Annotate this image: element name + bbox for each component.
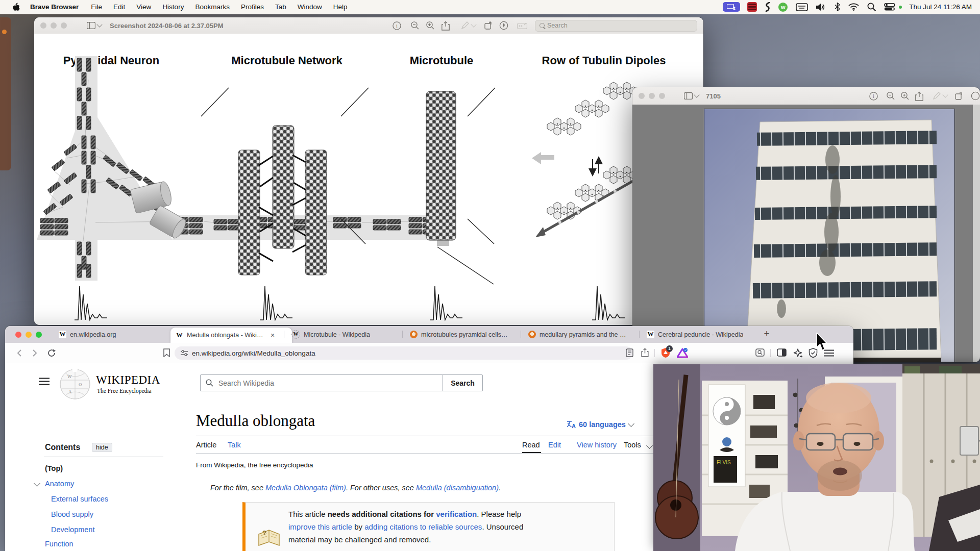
ambox-link-improve[interactable]: improve this article (288, 522, 352, 531)
wiki-search-button[interactable]: Search (443, 374, 483, 391)
new-tab-button[interactable]: + (761, 328, 773, 339)
highlight-icon[interactable] (498, 20, 509, 31)
tab-en-wikipedia[interactable]: W en.wikipedia.org (54, 326, 179, 343)
menu-clock[interactable]: Thu Jul 24 11:26 AM (909, 3, 972, 11)
minimize-button[interactable] (26, 332, 32, 338)
volume-status-icon[interactable] (816, 3, 826, 11)
hatnote-link-film[interactable]: Medulla Oblongata (film) (265, 484, 346, 492)
highlight-icon[interactable] (970, 90, 980, 102)
nav-talk[interactable]: Talk (228, 441, 241, 449)
reader-mode-icon[interactable] (626, 348, 633, 359)
menu-app-name[interactable]: Brave Browser (30, 3, 79, 11)
share-icon[interactable] (914, 90, 925, 102)
close-button[interactable] (15, 332, 21, 338)
menu-tab[interactable]: Tab (275, 3, 286, 11)
screen-sharing-status-icon[interactable] (723, 2, 740, 12)
shush-status-icon[interactable] (764, 2, 771, 12)
nav-view-history[interactable]: View history (577, 441, 617, 449)
nav-article[interactable]: Article (196, 441, 216, 449)
brave-rewards-icon[interactable]: 1 (660, 347, 671, 361)
sidebar-chevron-icon[interactable] (694, 92, 699, 97)
tab-close-icon[interactable]: × (271, 331, 275, 339)
tab-cerebral-peduncle[interactable]: W Cerebral peduncle - Wikipedia (642, 326, 764, 343)
wikipedia-globe-logo[interactable]: W Ω A (58, 367, 92, 400)
markup-toolbar-icon[interactable] (517, 20, 528, 31)
zoom-button[interactable] (36, 332, 42, 338)
zoom-button[interactable] (61, 22, 67, 29)
leo-ai-icon[interactable] (793, 348, 803, 360)
markup-pencil-icon[interactable] (931, 90, 942, 102)
zoom-in-icon[interactable] (899, 90, 911, 102)
menu-history[interactable]: History (162, 3, 184, 11)
share-icon[interactable] (440, 20, 451, 31)
menu-help[interactable]: Help (333, 3, 348, 11)
site-settings-icon[interactable] (181, 350, 188, 356)
toc-item-development[interactable]: Development (51, 525, 94, 534)
control-center-icon[interactable] (884, 3, 895, 11)
minimize-button[interactable] (51, 22, 57, 29)
minimize-button[interactable] (649, 93, 655, 99)
back-button[interactable] (16, 349, 22, 359)
extension-triangle-icon[interactable] (677, 348, 688, 360)
sidebar-panel-icon[interactable] (777, 348, 787, 359)
keyboard-status-icon[interactable] (796, 3, 808, 11)
find-in-page-icon[interactable] (755, 348, 765, 359)
info-icon[interactable]: i (391, 20, 402, 31)
sidebar-toggle-icon[interactable] (85, 20, 96, 31)
ambox-link-verification[interactable]: verification (436, 510, 477, 518)
rotate-icon[interactable] (483, 20, 494, 31)
wiki-wordmark[interactable]: WIKIPEDIA (96, 373, 160, 387)
forward-button[interactable] (32, 349, 38, 359)
zoom-out-icon[interactable] (409, 20, 421, 31)
zoom-in-icon[interactable] (425, 20, 436, 31)
toc-anatomy-chevron-icon[interactable] (34, 480, 40, 487)
wiki-search-box[interactable] (200, 374, 444, 391)
reload-button[interactable] (47, 348, 56, 360)
toc-item-function[interactable]: Function (45, 540, 74, 548)
nav-edit[interactable]: Edit (548, 441, 561, 449)
zoom-button[interactable] (659, 93, 665, 99)
menu-window[interactable]: Window (298, 3, 322, 11)
languages-control[interactable]: A 60 languages (567, 420, 633, 429)
menu-file[interactable]: File (91, 3, 102, 11)
tab-microtubules-search[interactable]: microtubules pyramidal cells medu (405, 326, 528, 343)
markup-chevron-icon[interactable] (942, 92, 948, 97)
languages-label[interactable]: 60 languages (579, 420, 626, 429)
bookmark-icon[interactable] (163, 348, 170, 359)
hatnote-link-disambiguation[interactable]: Medulla (disambiguation) (416, 484, 499, 492)
info-icon[interactable]: i (868, 90, 879, 102)
scroll-strip[interactable] (973, 105, 980, 362)
toc-hide-button[interactable]: hide (92, 443, 112, 452)
menu-bookmarks[interactable]: Bookmarks (195, 3, 230, 11)
ambox-link-sources[interactable]: adding citations to reliable sources (364, 522, 482, 531)
rotate-icon[interactable] (953, 90, 965, 102)
markup-pencil-icon[interactable] (459, 20, 471, 31)
toc-item-top[interactable]: (Top) (45, 464, 63, 472)
keystroke-app-icon[interactable] (747, 2, 757, 12)
preview-search-field[interactable]: Search (535, 20, 697, 32)
markup-chevron-icon[interactable] (471, 21, 476, 27)
tab-medulla-oblongata-active[interactable]: W Medulla oblongata - Wikipedia × (170, 328, 292, 343)
bluetooth-status-icon[interactable] (835, 3, 840, 11)
menu-profiles[interactable]: Profiles (241, 3, 264, 11)
apple-menu-icon[interactable] (12, 3, 20, 11)
share-icon[interactable] (641, 348, 649, 359)
spotlight-search-icon[interactable] (867, 3, 876, 11)
tab-medullary-pyramids[interactable]: medullary pyramids and the cerebr (523, 326, 647, 343)
toc-item-external-surfaces[interactable]: External surfaces (51, 495, 108, 503)
sidebar-chevron-icon[interactable] (96, 21, 102, 27)
sidebar-toggle-icon[interactable] (682, 90, 694, 102)
wifi-status-icon[interactable] (848, 3, 859, 11)
menu-edit[interactable]: Edit (113, 3, 125, 11)
wiki-search-input[interactable] (217, 379, 443, 388)
wiki-menu-icon[interactable] (39, 378, 50, 387)
nav-tools[interactable]: Tools (624, 441, 641, 449)
toc-item-blood-supply[interactable]: Blood supply (51, 510, 93, 518)
tab-microtubule[interactable]: W Microtubule - Wikipedia (286, 326, 410, 343)
close-button[interactable] (40, 22, 46, 29)
zoom-out-icon[interactable] (885, 90, 896, 102)
webroot-status-icon[interactable]: w (778, 3, 788, 12)
menu-view[interactable]: View (136, 3, 151, 11)
toc-item-anatomy[interactable]: Anatomy (45, 480, 74, 488)
url-bar[interactable]: en.wikipedia.org/wiki/Medulla_oblongata (175, 346, 633, 360)
